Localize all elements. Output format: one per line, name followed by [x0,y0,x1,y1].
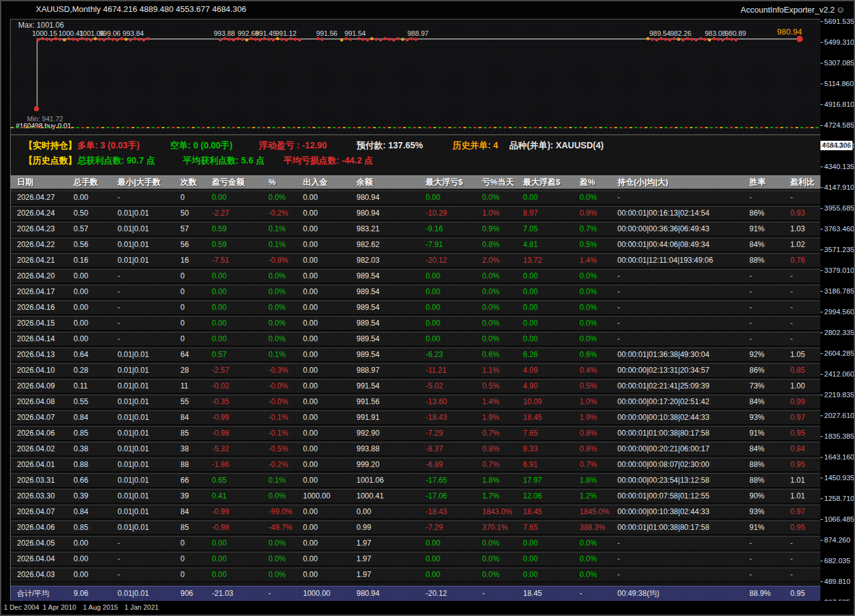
table-cell: - [611,552,743,566]
time-axis[interactable]: 1 Dec 20041 Apr 20101 Aug 20151 Jan 2021 [1,601,854,615]
table-cell: 0.8% [476,238,517,252]
table-cell: 1.01 [784,489,821,503]
price-tick-label: 682.035 [824,557,851,564]
table-cell: 989.54 [350,269,419,283]
price-tick-label: 874.260 [824,536,851,544]
table-cell: 0.0% [476,316,517,331]
table-cell: 0.01|0.01 [111,379,174,393]
table-cell: 0 [174,536,206,551]
trade-marker-dot [703,38,707,41]
table-cell: 38 [174,442,206,456]
table-cell: 2026.04.27 [11,190,67,205]
table-cell: 0.01|0.01 [111,520,174,535]
table-cell: 88% [743,473,784,488]
table-cell: 1.02 [784,238,821,252]
table-cell: 0.8% [573,442,611,456]
table-cell: 0.00 [297,410,350,425]
trade-marker-dot [321,38,324,41]
trade-marker-dot [375,38,378,41]
table-cell: 0.00 [297,190,350,205]
table-cell: -0.3% [262,363,297,378]
header-cell: 最大浮亏$ [419,176,476,189]
table-cell: 00:00:01|12:11:04|193:49:06 [611,253,743,268]
table-cell: 0.59 [206,222,262,236]
price-tick-label: 5691.535 [824,18,854,25]
table-cell: 2026.04.13 [11,348,67,362]
table-cell: 88 [174,458,206,472]
equity-point-label: 989.54 [649,30,671,37]
table-cell: 66 [174,473,206,488]
trade-marker-dot [725,37,729,40]
table-cell: - [611,300,743,315]
table-cell: 91% [743,222,784,236]
trade-marker-dot [388,38,391,41]
table-cell: - [743,316,784,331]
table-cell: 0.00 [67,536,111,551]
table-cell: 0.97 [784,410,821,425]
trade-marker-dot [708,38,711,41]
price-tick-label: 5499.310 [824,38,854,46]
table-cell: 0.59 [206,238,262,252]
trade-marker-dot [686,37,689,40]
table-cell: 0.0% [262,568,297,582]
trade-marker-dot [241,38,244,41]
table-cell: 0.99 [784,395,821,409]
table-cell: 2026.04.17 [11,285,67,299]
table-cell: 0.00 [206,316,262,331]
table-row: 2026.04.220.560.01|0.01560.590.1%0.00982… [11,238,821,252]
trade-marker-dot [673,37,676,40]
table-row: 2026.04.160.00-00.000.0%0.00989.540.000.… [11,300,821,315]
trade-marker-dot [717,38,720,41]
table-cell: 0.0% [573,536,611,551]
price-tick-label: 1066.485 [824,515,854,523]
table-cell: 0.00 [297,505,350,519]
trade-marker-dot [410,37,413,40]
equity-max-label: Max: 1001.06 [18,21,64,30]
table-cell: 1000.00 [297,489,350,503]
table-cell: 0.00 [297,222,350,236]
table-cell: 00:00:01|01:00:38|80:17:58 [611,426,743,441]
table-cell: 73% [743,379,784,393]
table-cell: 0.95 [784,426,821,441]
table-cell: 0.0% [476,300,517,315]
table-cell: 2026.04.09 [11,379,67,393]
table-cell: 388.3% [573,520,611,535]
trade-marker-dot [50,38,53,41]
current-price-line [11,127,821,128]
title-bar: XAUUSD,Monthly 4674.216 4889.480 4553.67… [1,1,854,18]
table-cell: 2.0% [476,253,517,268]
table-cell: 0.00 [419,332,476,346]
trade-marker-dot [263,37,266,40]
table-cell: 56 [174,238,206,252]
table-cell: 0.00 [517,316,573,331]
trade-marker-dot [285,38,288,41]
trade-marker-dot [41,37,44,40]
table-cell: 1.03 [784,222,821,236]
table-cell: 0 [174,300,206,315]
table-cell: -18.43 [419,410,476,425]
trade-marker-dot [223,37,226,40]
table-cell: 0.00 [297,300,350,315]
table-cell: 0.00 [419,316,476,331]
table-row: 2026.04.130.640.01|0.01640.570.1%0.00989… [11,348,821,362]
trade-marker-dot [232,38,235,41]
table-row: 2026.04.100.280.01|0.0128-2.57-0.3%0.009… [11,363,821,378]
table-cell: 999.20 [350,458,419,472]
table-cell: 00:00:01|00:44:06|08:49:34 [611,238,743,252]
table-cell: 989.54 [350,300,419,315]
table-cell: 0.28 [67,363,111,378]
table-cell: 92% [743,348,784,362]
table-cell: - [111,316,174,331]
table-cell: 0.00 [297,332,350,346]
table-row: 2026.04.020.380.01|0.0138-5.32-0.5%0.009… [11,442,821,456]
table-cell: - [784,316,821,331]
table-row: 2026.04.150.00-00.000.0%0.00989.540.000.… [11,316,821,331]
table-cell: -11.21 [419,363,476,378]
table-row: 2026.04.070.840.01|0.0184-0.99-99.0%0.00… [11,505,821,519]
smiley-icon[interactable]: ☺ [836,1,845,18]
trade-marker-dot [659,37,663,40]
table-cell: 2026.04.07 [11,410,67,425]
price-axis[interactable]: 4684.306 5691.5355499.3105307.0855114.86… [820,18,854,603]
table-cell: 989.54 [350,316,419,331]
trade-marker-dot [111,38,114,41]
